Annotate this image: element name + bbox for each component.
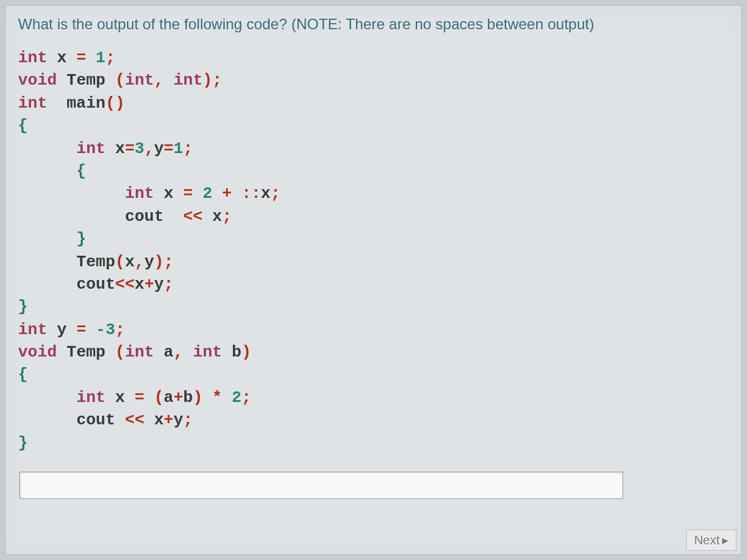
code-line-7: int x = 2 + ::x; [18, 184, 280, 203]
question-text: What is the output of the following code… [18, 16, 729, 33]
code-line-14: void Temp (int a, int b) [18, 343, 251, 362]
code-line-5: int x=3,y=1; [18, 139, 193, 158]
code-line-10: Temp(x,y); [18, 253, 174, 271]
code-line-9: } [18, 230, 86, 248]
code-line-18: } [18, 434, 28, 452]
code-line-1: int x = 1; [18, 49, 115, 67]
chevron-right-icon: ▸ [722, 533, 728, 547]
code-line-12: } [18, 297, 28, 316]
code-line-16: int x = (a+b) * 2; [18, 388, 251, 407]
next-button[interactable]: Next▸ [686, 530, 736, 551]
code-line-13: int y = -3; [18, 320, 125, 339]
code-line-3: int main() [18, 94, 125, 113]
next-label: Next [694, 533, 720, 547]
code-line-2: void Temp (int, int); [18, 71, 222, 90]
code-line-6: { [18, 162, 86, 180]
code-block: int x = 1; void Temp (int, int); int mai… [18, 47, 729, 454]
quiz-panel: What is the output of the following code… [5, 5, 742, 555]
code-line-17: cout << x+y; [18, 411, 193, 429]
code-line-15: { [18, 365, 28, 384]
code-line-4: { [18, 116, 28, 135]
code-line-11: cout<<x+y; [18, 275, 174, 294]
code-line-8: cout << x; [18, 207, 232, 226]
answer-input[interactable] [19, 472, 623, 499]
